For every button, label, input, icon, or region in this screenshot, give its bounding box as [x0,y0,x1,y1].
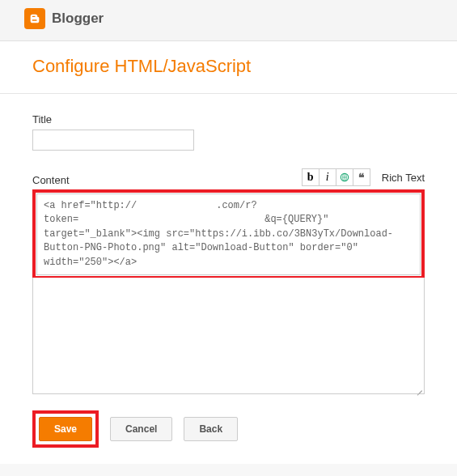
content-textarea-lower[interactable] [32,278,425,394]
resize-handle-icon [414,384,422,392]
title-label: Title [32,113,425,125]
richtext-toggle[interactable]: Rich Text [382,172,425,184]
main-content: Configure HTML/JavaScript Title Content … [0,41,457,464]
blogger-logo-icon [24,8,45,29]
back-button[interactable]: Back [184,417,238,441]
content-textarea[interactable]: <a href="http://.com/r?token=&q={QUERY}"… [36,193,421,275]
bold-button[interactable]: b [302,168,319,186]
code-text: token= [44,214,78,225]
content-label: Content [32,174,70,186]
redacted-text [78,215,264,224]
title-input[interactable] [32,130,194,151]
app-header: Blogger [0,0,457,41]
redacted-text [137,201,216,210]
link-icon [339,172,350,183]
quote-button[interactable]: ❝ [353,168,370,186]
code-text: Button-PNG-Photo.png" alt="Download-Butt… [44,242,358,253]
editor-toolbar: b i ❝ Rich Text [303,168,425,186]
italic-button[interactable]: i [319,168,336,186]
code-text: <a href="http:// [44,200,137,211]
button-row: Save Cancel Back [32,410,425,448]
link-button[interactable] [336,168,353,186]
save-button[interactable]: Save [39,417,92,441]
logo-text: Blogger [52,11,104,27]
cancel-button[interactable]: Cancel [110,417,172,441]
divider [0,93,457,94]
code-text: .com/r? [216,200,256,211]
code-text: width="250"></a> [44,257,137,268]
code-text: target="_blank"><img src="https://i.ibb.… [44,228,393,240]
code-text: &q={QUERY}" [264,214,328,225]
page-title: Configure HTML/JavaScript [32,56,425,77]
content-highlight-box: <a href="http://.com/r?token=&q={QUERY}"… [32,189,425,279]
save-highlight-box: Save [32,410,99,448]
